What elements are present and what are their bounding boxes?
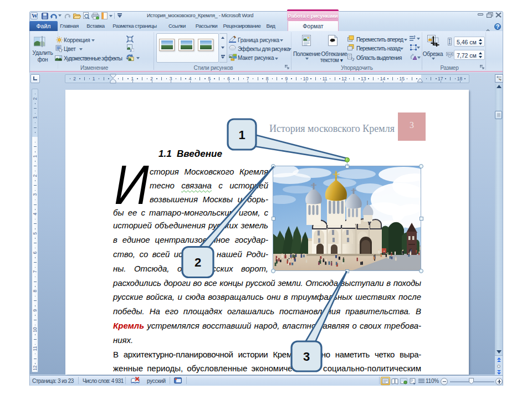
svg-text:3: 3 [303,350,310,364]
svg-text:1: 1 [238,128,245,142]
svg-text:2: 2 [195,255,201,269]
